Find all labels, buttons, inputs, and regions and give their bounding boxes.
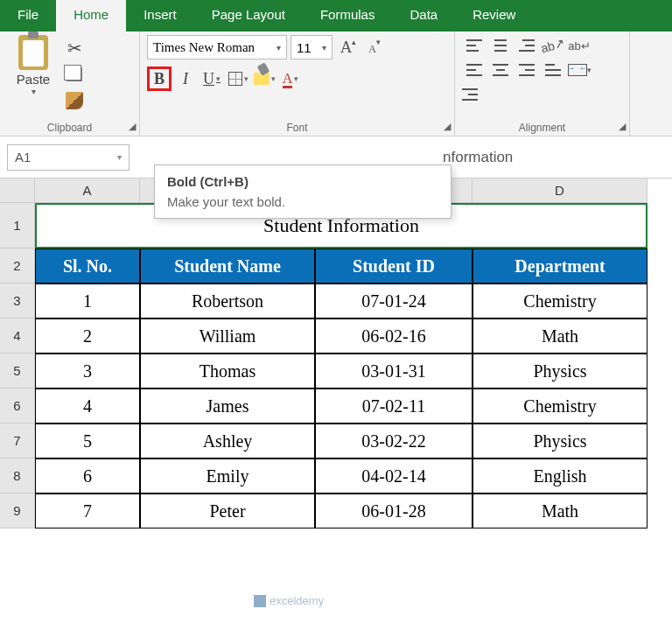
- row-header-9[interactable]: 9: [0, 494, 35, 528]
- copy-button[interactable]: [63, 65, 86, 84]
- font-name-dropdown[interactable]: Times New Roman▾: [147, 35, 287, 60]
- paste-button[interactable]: Paste ▾: [7, 35, 60, 96]
- chevron-down-icon[interactable]: ▾: [32, 87, 36, 96]
- cell[interactable]: 7: [35, 494, 140, 528]
- outdent-icon: [545, 64, 561, 76]
- copy-icon: [66, 67, 82, 81]
- merge-center-button[interactable]: ▾: [567, 60, 592, 80]
- cell[interactable]: 1: [35, 284, 140, 318]
- row-header-6[interactable]: 6: [0, 388, 35, 424]
- col-header-d[interactable]: D: [472, 178, 648, 203]
- align-top-icon: [466, 39, 482, 52]
- watermark-icon: [254, 595, 266, 607]
- decrease-font-button[interactable]: A▾: [362, 35, 387, 60]
- cell[interactable]: Emily: [140, 458, 315, 494]
- tab-file[interactable]: File: [0, 0, 56, 32]
- italic-button[interactable]: I: [173, 66, 198, 91]
- borders-button[interactable]: ▾: [226, 66, 250, 91]
- font-color-button[interactable]: A▾: [278, 66, 303, 91]
- paste-label: Paste: [17, 72, 50, 87]
- row-headers: 1 2 3 4 5 6 7 8 9: [0, 203, 35, 528]
- chevron-down-icon: ▾: [322, 43, 326, 52]
- select-all-corner[interactable]: [0, 178, 35, 203]
- cell[interactable]: 5: [35, 424, 140, 458]
- cell[interactable]: 3: [35, 354, 140, 388]
- increase-font-button[interactable]: A▴: [336, 35, 360, 60]
- dialog-launcher-icon[interactable]: ◢: [619, 121, 626, 132]
- cell[interactable]: Math: [472, 318, 648, 354]
- cell[interactable]: 07-01-24: [315, 284, 472, 318]
- align-top-button[interactable]: [462, 35, 486, 56]
- tab-home[interactable]: Home: [56, 0, 126, 32]
- align-middle-button[interactable]: [488, 35, 513, 56]
- cell[interactable]: Chemistry: [472, 388, 648, 424]
- font-color-icon: A: [283, 71, 293, 87]
- cell[interactable]: 03-02-22: [315, 424, 472, 458]
- col-header-a[interactable]: A: [35, 178, 140, 203]
- tab-insert[interactable]: Insert: [126, 0, 194, 32]
- tab-review[interactable]: Review: [455, 0, 533, 32]
- fill-color-button[interactable]: ▾: [252, 66, 276, 91]
- align-bottom-button[interactable]: [514, 35, 539, 56]
- borders-icon: [228, 72, 242, 86]
- row-header-1[interactable]: 1: [0, 203, 35, 248]
- row-header-8[interactable]: 8: [0, 458, 35, 494]
- cell[interactable]: 04-02-14: [315, 458, 472, 494]
- cell[interactable]: James: [140, 388, 315, 424]
- cell[interactable]: Physics: [472, 354, 648, 388]
- row-header-5[interactable]: 5: [0, 354, 35, 388]
- cell[interactable]: Ashley: [140, 424, 315, 458]
- dialog-launcher-icon[interactable]: ◢: [129, 121, 136, 132]
- group-font: Times New Roman▾ 11▾ A▴ A▾ B I U▾ ▾ ▾ A▾…: [140, 32, 455, 136]
- cell[interactable]: Thomas: [140, 354, 315, 388]
- cell[interactable]: Physics: [472, 424, 648, 458]
- cell[interactable]: Chemistry: [472, 284, 648, 318]
- align-right-icon: [519, 64, 535, 76]
- cell[interactable]: 4: [35, 388, 140, 424]
- formula-input[interactable]: nformation: [136, 149, 665, 166]
- group-label-font: Font: [147, 120, 447, 134]
- header-id[interactable]: Student ID: [315, 248, 472, 284]
- table-row: 3Thomas03-01-31Physics: [35, 354, 648, 388]
- tooltip-bold: Bold (Ctrl+B) Make your text bold.: [154, 164, 452, 219]
- format-painter-button[interactable]: [63, 91, 86, 110]
- cell[interactable]: Robertson: [140, 284, 315, 318]
- cell[interactable]: 03-01-31: [315, 354, 472, 388]
- tab-data[interactable]: Data: [392, 0, 455, 32]
- row-header-2[interactable]: 2: [0, 248, 35, 284]
- cell[interactable]: Math: [472, 494, 648, 528]
- tab-formulas[interactable]: Formulas: [303, 0, 393, 32]
- cell[interactable]: 06-01-28: [315, 494, 472, 528]
- cell[interactable]: 6: [35, 458, 140, 494]
- header-dept[interactable]: Department: [472, 248, 648, 284]
- align-center-button[interactable]: [488, 60, 513, 80]
- increase-indent-button[interactable]: [462, 84, 478, 105]
- cell[interactable]: William: [140, 318, 315, 354]
- ribbon-body: Paste ▾ ✂ Clipboard ◢ Times New Roman▾ 1…: [0, 32, 672, 136]
- header-slno[interactable]: Sl. No.: [35, 248, 140, 284]
- cell[interactable]: 2: [35, 318, 140, 354]
- align-center-icon: [493, 64, 508, 76]
- group-alignment: ab↗ ab↵ ▾ Alignment ◢: [455, 32, 630, 136]
- row-header-4[interactable]: 4: [0, 318, 35, 354]
- row-header-7[interactable]: 7: [0, 424, 35, 458]
- decrease-indent-button[interactable]: [541, 60, 565, 80]
- align-right-button[interactable]: [514, 60, 539, 80]
- font-size-dropdown[interactable]: 11▾: [290, 35, 332, 60]
- header-name[interactable]: Student Name: [140, 248, 315, 284]
- bold-button[interactable]: B: [147, 66, 172, 91]
- cell[interactable]: 06-02-16: [315, 318, 472, 354]
- cell[interactable]: English: [472, 458, 648, 494]
- name-box[interactable]: A1▾: [7, 144, 130, 171]
- align-left-button[interactable]: [462, 60, 486, 80]
- cut-button[interactable]: ✂: [63, 38, 86, 58]
- cell[interactable]: 07-02-11: [315, 388, 472, 424]
- wrap-text-button[interactable]: ab↵: [567, 35, 592, 56]
- table-row: 4James07-02-11Chemistry: [35, 388, 648, 424]
- orientation-button[interactable]: ab↗: [541, 35, 565, 56]
- dialog-launcher-icon[interactable]: ◢: [444, 121, 451, 132]
- row-header-3[interactable]: 3: [0, 284, 35, 318]
- cell[interactable]: Peter: [140, 494, 315, 528]
- tab-pagelayout[interactable]: Page Layout: [194, 0, 303, 32]
- underline-button[interactable]: U▾: [200, 66, 224, 91]
